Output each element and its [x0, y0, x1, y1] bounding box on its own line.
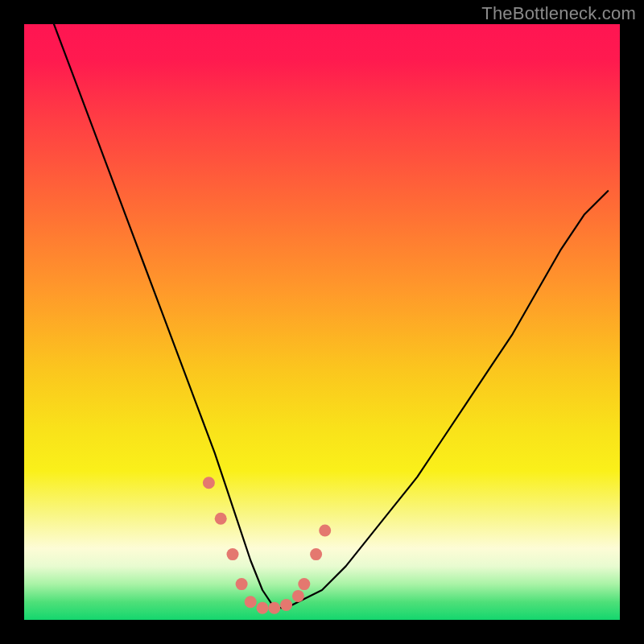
marker-dot	[215, 513, 227, 525]
optimum-band-dots	[203, 477, 331, 613]
plot-area	[24, 24, 620, 620]
marker-dot	[319, 525, 331, 537]
chart-svg	[24, 24, 620, 620]
marker-dot	[245, 596, 257, 608]
bottleneck-curve	[54, 24, 608, 608]
watermark-text: TheBottleneck.com	[481, 3, 636, 24]
marker-dot	[268, 602, 280, 614]
marker-dot	[236, 578, 248, 590]
marker-dot	[227, 548, 239, 560]
marker-dot	[257, 602, 269, 614]
marker-dot	[298, 578, 310, 590]
marker-dot	[203, 477, 215, 489]
chart-frame: TheBottleneck.com	[0, 0, 644, 644]
marker-dot	[310, 548, 322, 560]
marker-dot	[280, 599, 292, 611]
marker-dot	[292, 590, 304, 602]
